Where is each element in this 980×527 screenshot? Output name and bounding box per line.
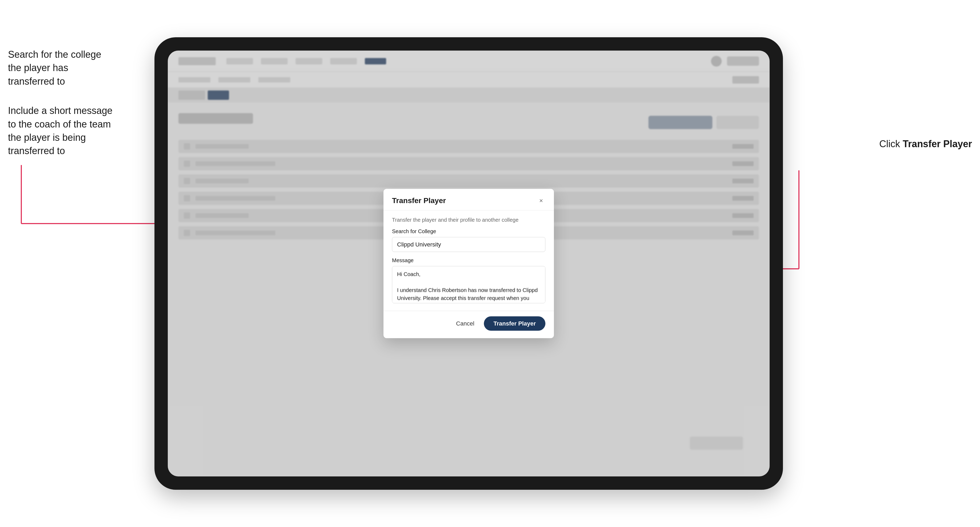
modal-close-button[interactable]: × [537,197,546,205]
modal-footer: Cancel Transfer Player [383,311,554,338]
annotation-left: Search for the college the player has tr… [8,48,115,158]
annotation-message-text: Include a short message to the coach of … [8,105,112,156]
transfer-player-modal: Transfer Player × Transfer the player an… [383,189,554,338]
modal-title: Transfer Player [392,197,446,205]
transfer-player-button[interactable]: Transfer Player [484,316,546,331]
annotation-search-text: Search for the college the player has tr… [8,49,101,87]
search-college-label: Search for College [392,229,546,235]
message-textarea[interactable] [392,266,546,303]
annotation-right-bold: Transfer Player [903,138,972,149]
modal-subtitle: Transfer the player and their profile to… [392,217,546,223]
annotation-right-prefix: Click [879,138,903,149]
modal-header: Transfer Player × [383,189,554,211]
tablet-screen: Transfer Player × Transfer the player an… [168,51,770,476]
message-label: Message [392,257,546,264]
modal-body: Transfer the player and their profile to… [383,211,554,311]
cancel-button[interactable]: Cancel [451,317,480,330]
annotation-right: Click Transfer Player [879,138,972,149]
tablet-frame: Transfer Player × Transfer the player an… [154,37,783,490]
search-college-input[interactable] [392,237,546,252]
